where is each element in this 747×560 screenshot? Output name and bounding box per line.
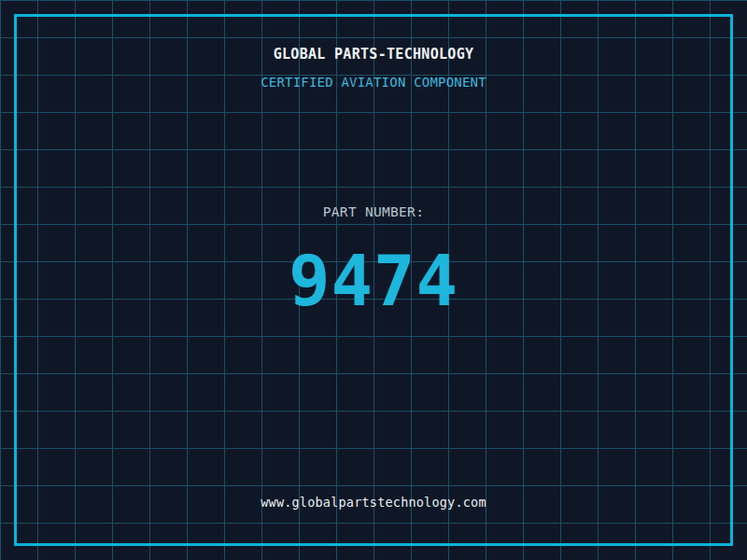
label-plate-screen: GLOBAL PARTS-TECHNOLOGY CERTIFIED AVIATI… bbox=[0, 0, 747, 560]
part-number-value: 9474 bbox=[0, 246, 747, 315]
company-name: GLOBAL PARTS-TECHNOLOGY bbox=[0, 46, 747, 63]
certification-subtitle: CERTIFIED AVIATION COMPONENT bbox=[0, 75, 747, 90]
website-url: www.globalpartstechnology.com bbox=[0, 495, 747, 510]
part-number-label: PART NUMBER: bbox=[0, 204, 747, 219]
